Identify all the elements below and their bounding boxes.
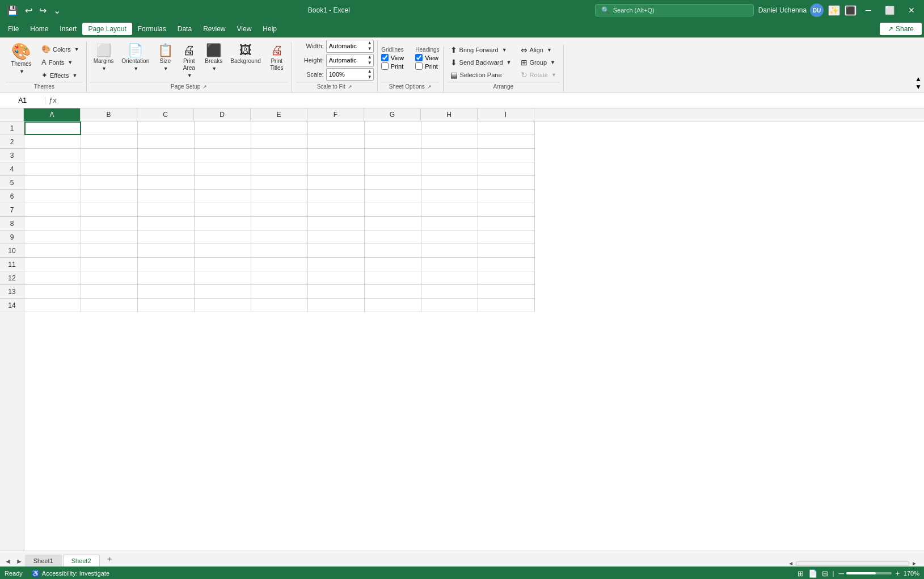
width-down-arrow[interactable]: ▼ [366,46,373,52]
ribbon-scroll-down[interactable]: ▼ [915,83,922,91]
cell-D4[interactable] [195,162,251,176]
cell-A10[interactable] [24,244,81,258]
colors-button[interactable]: 🎨 Colors ▼ [38,44,83,54]
cell-F8[interactable] [308,217,365,230]
cell-I10[interactable] [478,244,535,258]
share-button[interactable]: ↗ Share [880,23,922,35]
margins-button[interactable]: ⬜ Margins ▼ [90,42,117,74]
cell-I2[interactable] [478,135,535,149]
col-header-H[interactable]: H [421,108,478,121]
sheet-tab-sheet2[interactable]: Sheet2 [63,555,100,567]
cell-H3[interactable] [421,149,478,162]
cell-G9[interactable] [365,230,421,244]
row-num-10[interactable]: 10 [0,244,24,258]
zoom-slider[interactable] [846,572,892,574]
cell-F10[interactable] [308,244,365,258]
cell-A1[interactable] [24,121,81,135]
print-area-button[interactable]: 🖨 PrintArea ▼ [178,42,200,81]
cell-A14[interactable] [24,299,81,312]
formula-input[interactable] [60,96,924,104]
cell-C3[interactable] [138,149,195,162]
rotate-button[interactable]: ↻ Rotate ▼ [517,69,560,81]
cell-F2[interactable] [308,135,365,149]
cell-H2[interactable] [421,135,478,149]
group-button[interactable]: ⊞ Group ▼ [517,57,560,68]
cell-D5[interactable] [195,176,251,190]
row-num-13[interactable]: 13 [0,285,24,299]
cell-B10[interactable] [81,244,138,258]
zoom-out-button[interactable]: ─ [838,569,843,578]
height-up-arrow[interactable]: ▲ [366,54,373,60]
cell-I4[interactable] [478,162,535,176]
cell-B2[interactable] [81,135,138,149]
cell-A3[interactable] [24,149,81,162]
col-header-A[interactable]: A [24,108,81,121]
cell-I9[interactable] [478,230,535,244]
cell-B13[interactable] [81,285,138,299]
copilot-button[interactable]: ✨ [828,5,840,16]
row-num-5[interactable]: 5 [0,176,24,190]
cell-I12[interactable] [478,271,535,285]
cell-B7[interactable] [81,203,138,217]
ribbon-scroll-up[interactable]: ▲ [915,75,922,83]
cell-D14[interactable] [195,299,251,312]
ribbon-display-button[interactable]: ⬛ [845,5,857,16]
cell-C4[interactable] [138,162,195,176]
cell-E3[interactable] [251,149,308,162]
send-backward-button[interactable]: ⬇ Send Backward ▼ [447,57,515,68]
menu-pagelayout[interactable]: Page Layout [82,23,132,35]
cell-D3[interactable] [195,149,251,162]
function-wizard-icon[interactable]: ƒx [45,96,60,104]
normal-view-button[interactable]: ⊞ [798,569,804,578]
cell-F6[interactable] [308,190,365,203]
cell-C1[interactable] [138,121,195,135]
cell-E10[interactable] [251,244,308,258]
breaks-button[interactable]: ⬛ Breaks ▼ [201,42,226,74]
menu-file[interactable]: File [2,23,24,35]
cell-A2[interactable] [24,135,81,149]
sheet-nav-next[interactable]: ► [14,556,25,567]
add-sheet-button[interactable]: ＋ [101,552,118,567]
menu-insert[interactable]: Insert [54,23,82,35]
cell-F4[interactable] [308,162,365,176]
col-header-E[interactable]: E [251,108,307,121]
headings-view-checkbox[interactable] [415,54,423,61]
cell-H8[interactable] [421,217,478,230]
cell-H13[interactable] [421,285,478,299]
cell-I8[interactable] [478,217,535,230]
cell-I1[interactable] [478,121,535,135]
cell-G7[interactable] [365,203,421,217]
cell-G8[interactable] [365,217,421,230]
size-button[interactable]: 📋 Size ▼ [154,42,176,74]
cell-G6[interactable] [365,190,421,203]
cell-F12[interactable] [308,271,365,285]
minimize-button[interactable]: ─ [861,5,876,16]
cell-G12[interactable] [365,271,421,285]
close-button[interactable]: ✕ [904,5,919,16]
cell-G5[interactable] [365,176,421,190]
cell-B3[interactable] [81,149,138,162]
cell-G1[interactable] [365,121,421,135]
cell-H1[interactable] [421,121,478,135]
cell-F3[interactable] [308,149,365,162]
gridlines-view-checkbox[interactable] [381,54,389,61]
row-num-6[interactable]: 6 [0,190,24,203]
sheet-nav-prev[interactable]: ◄ [2,556,14,567]
cell-B14[interactable] [81,299,138,312]
cell-A12[interactable] [24,271,81,285]
cell-E11[interactable] [251,258,308,271]
fonts-button[interactable]: A Fonts ▼ [38,57,83,68]
page-layout-view-button[interactable]: 📄 [808,569,817,578]
cell-F9[interactable] [308,230,365,244]
cell-G4[interactable] [365,162,421,176]
cell-B9[interactable] [81,230,138,244]
align-button[interactable]: ⇔ Align ▼ [517,44,560,56]
cell-G13[interactable] [365,285,421,299]
cell-D13[interactable] [195,285,251,299]
bring-forward-button[interactable]: ⬆ Bring Forward ▼ [447,44,515,56]
cell-A6[interactable] [24,190,81,203]
effects-button[interactable]: ✦ Effects ▼ [38,70,83,81]
undo-button[interactable]: ↩ [23,4,35,17]
menu-review[interactable]: Review [197,23,231,35]
cell-E12[interactable] [251,271,308,285]
